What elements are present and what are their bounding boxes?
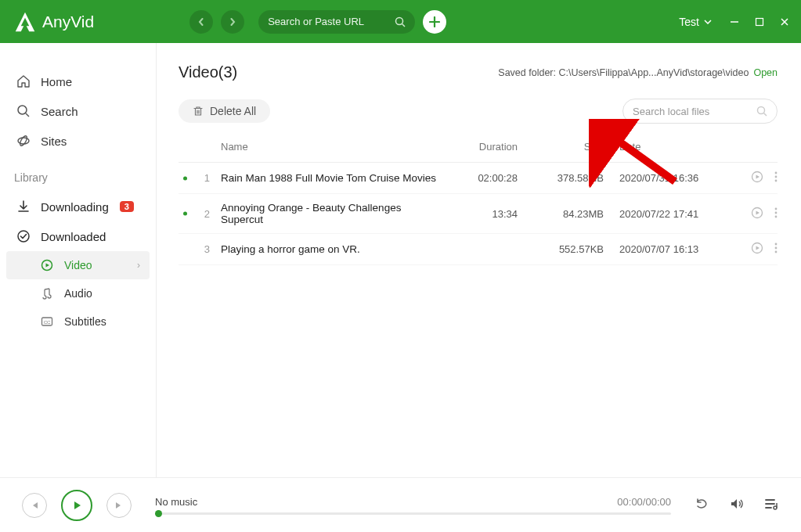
close-button[interactable] (778, 15, 792, 29)
local-search-input[interactable] (633, 106, 750, 117)
back-button[interactable] (189, 10, 213, 34)
chevron-down-icon (704, 20, 712, 24)
row-size: 378.58MB (527, 172, 613, 184)
sidebar-item-home[interactable]: Home (0, 66, 156, 96)
svg-text:CC: CC (44, 320, 51, 325)
svg-point-21 (775, 215, 778, 217)
row-more-button[interactable] (774, 171, 778, 185)
audio-icon (39, 286, 55, 301)
track-title: No music (155, 496, 197, 508)
prev-button[interactable] (22, 493, 47, 518)
check-icon (16, 228, 31, 244)
sidebar-sub-video[interactable]: Video › (6, 251, 150, 279)
titlebar: AnyVid Test (0, 0, 801, 43)
logo-icon (14, 11, 36, 33)
saved-folder-path: Saved folder: C:\Users\Filippa\App...Any… (498, 67, 749, 78)
delete-all-button[interactable]: Delete All (179, 99, 270, 123)
svg-point-12 (758, 107, 765, 114)
col-date: Date (613, 141, 731, 153)
sidebar-item-search[interactable]: Search (0, 96, 156, 126)
open-folder-link[interactable]: Open (753, 67, 778, 78)
volume-button[interactable] (729, 496, 745, 514)
new-dot (183, 176, 187, 180)
sidebar-item-label: Sites (41, 135, 67, 148)
table-header: Name Duration Size Date (179, 131, 778, 163)
account-label: Test (679, 16, 699, 28)
chevron-right-icon (229, 18, 236, 26)
home-icon (16, 74, 31, 89)
track-time: 00:00/00:00 (617, 496, 671, 508)
forward-button[interactable] (221, 10, 244, 34)
saved-folder: Saved folder: C:\Users\Filippa\App...Any… (498, 67, 778, 78)
row-play-button[interactable] (751, 242, 763, 257)
maximize-button[interactable] (752, 15, 767, 29)
sidebar-sub-audio[interactable]: Audio (0, 279, 156, 307)
table-row[interactable]: 2Annoying Orange - Beauty Challenges Sup… (179, 194, 778, 234)
sidebar-item-label: Downloaded (41, 230, 106, 243)
svg-point-20 (775, 211, 778, 214)
row-play-button[interactable] (751, 207, 763, 221)
app-name: AnyVid (42, 13, 94, 31)
search-icon[interactable] (395, 16, 406, 27)
sidebar-sub-subtitles[interactable]: CC Subtitles (0, 307, 156, 336)
row-more-button[interactable] (774, 243, 778, 256)
sidebar-item-label: Video (64, 259, 92, 271)
svg-point-0 (396, 17, 403, 24)
next-button[interactable] (106, 493, 132, 518)
sidebar-item-label: Subtitles (64, 315, 106, 328)
svg-point-16 (775, 176, 778, 178)
search-icon (16, 103, 31, 119)
url-search-box[interactable] (258, 10, 415, 34)
col-duration: Duration (441, 141, 527, 153)
row-date: 2020/07/07 16:13 (613, 243, 731, 255)
row-duration: 13:34 (441, 208, 527, 220)
row-size: 84.23MB (527, 208, 613, 220)
svg-point-19 (775, 207, 778, 210)
row-duration: 02:00:28 (441, 172, 527, 184)
sidebar-item-downloading[interactable]: Downloading 3 (0, 192, 156, 221)
svg-point-23 (775, 243, 778, 246)
local-search-box[interactable] (622, 99, 778, 124)
svg-point-8 (18, 231, 29, 242)
sidebar-item-sites[interactable]: Sites (0, 126, 156, 156)
row-more-button[interactable] (774, 207, 778, 221)
add-button[interactable] (423, 10, 446, 34)
search-icon[interactable] (756, 106, 767, 117)
library-label: Library (0, 156, 156, 192)
row-index: 1 (179, 172, 221, 184)
svg-line-13 (764, 113, 767, 117)
col-size: Size (527, 141, 613, 153)
progress-bar[interactable] (155, 512, 671, 515)
downloading-badge: 3 (120, 201, 134, 212)
play-button[interactable] (61, 490, 92, 521)
account-dropdown[interactable]: Test (679, 16, 712, 28)
plus-icon (429, 16, 440, 27)
svg-rect-3 (756, 18, 763, 25)
row-name: Rain Man 1988 Full Movie Tom Cruise Movi… (221, 172, 441, 184)
new-dot (183, 212, 187, 216)
svg-line-5 (26, 113, 29, 117)
video-table: Name Duration Size Date 1Rain Man 1988 F… (179, 131, 778, 265)
track-area: No music 00:00/00:00 (155, 496, 671, 515)
table-row[interactable]: 1Rain Man 1988 Full Movie Tom Cruise Mov… (179, 163, 778, 194)
download-icon (16, 199, 31, 214)
svg-point-25 (775, 251, 778, 253)
playlist-button[interactable] (763, 496, 779, 514)
sidebar-item-downloaded[interactable]: Downloaded (0, 221, 156, 251)
repeat-button[interactable] (695, 496, 710, 514)
chevron-right-icon: › (137, 260, 140, 271)
sidebar-item-label: Downloading (41, 200, 109, 214)
row-name: Annoying Orange - Beauty Challenges Supe… (221, 202, 441, 225)
url-search-input[interactable] (268, 16, 385, 27)
row-play-button[interactable] (751, 171, 763, 185)
subtitles-icon: CC (39, 314, 55, 329)
svg-point-17 (775, 180, 778, 182)
row-date: 2020/07/31 16:36 (613, 172, 731, 184)
sites-icon (16, 133, 31, 149)
sidebar-item-label: Home (41, 75, 72, 88)
video-icon (39, 257, 55, 273)
table-row[interactable]: 3Playing a horror game on VR.552.57KB202… (179, 234, 778, 265)
trash-icon (193, 106, 204, 117)
minimize-button[interactable] (727, 15, 741, 29)
sidebar-item-label: Audio (64, 287, 92, 300)
